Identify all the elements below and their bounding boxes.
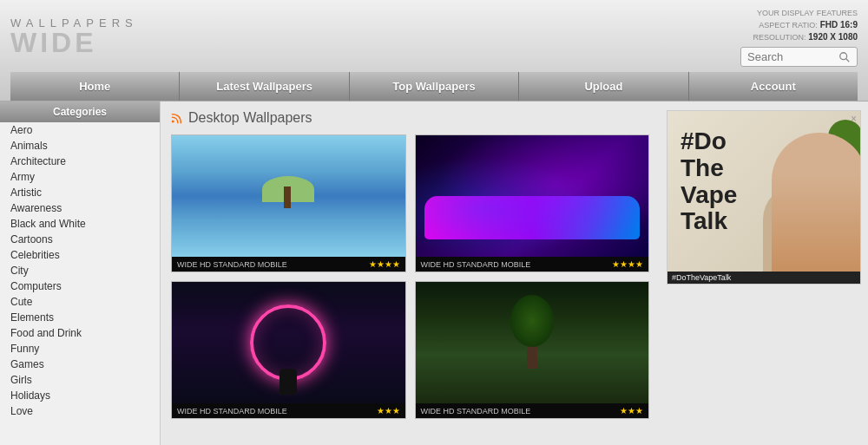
display-label1: YOUR DISPLAY (757, 9, 814, 17)
ad-sidebar: × #Do The Vape Talk #DoTheVapeTalk (660, 101, 868, 445)
wallpaper-footer-4: WIDE HD STANDARD MOBILE ★★★ (416, 403, 649, 418)
ad-text-overlay: #Do The Vape Talk (681, 128, 737, 235)
nav-latest[interactable]: Latest Wallpapers (180, 72, 349, 101)
wallpaper-stars-1: ★★★★ (369, 259, 400, 269)
sidebar-item-holidays[interactable]: Holidays (0, 388, 160, 403)
search-bar (740, 47, 858, 67)
wallpaper-card-2[interactable]: WIDE HD STANDARD MOBILE ★★★★ (415, 134, 650, 272)
sidebar-item-city[interactable]: City (0, 263, 160, 278)
wallpaper-stars-4: ★★★ (620, 406, 643, 416)
sidebar-item-computers[interactable]: Computers (0, 278, 160, 294)
content-title: Desktop Wallpapers (188, 110, 312, 126)
wallpaper-links-4[interactable]: WIDE HD STANDARD MOBILE (421, 407, 531, 416)
wallpaper-grid: WIDE HD STANDARD MOBILE ★★★★ WIDE HD STA… (171, 134, 649, 419)
header: WALLPAPERS WIDE YOUR DISPLAY FEATURES AS… (0, 0, 868, 101)
svg-rect-2 (172, 121, 174, 123)
sidebar-item-cartoons[interactable]: Cartoons (0, 232, 160, 247)
svg-line-1 (846, 58, 850, 62)
sidebar-item-architecture[interactable]: Architecture (0, 154, 160, 169)
sidebar-item-elements[interactable]: Elements (0, 310, 160, 325)
display-aspect-value: FHD 16:9 (820, 20, 858, 29)
wallpaper-image-2 (416, 135, 649, 257)
sidebar-item-funny[interactable]: Funny (0, 341, 160, 357)
wallpaper-stars-2: ★★★★ (612, 259, 643, 269)
display-resolution-label: RESOLUTION: (753, 33, 806, 42)
display-info: YOUR DISPLAY FEATURES ASPECT RATIO: FHD … (753, 7, 858, 43)
wallpaper-card-1[interactable]: WIDE HD STANDARD MOBILE ★★★★ (171, 134, 406, 272)
sidebar-item-awareness[interactable]: Awareness (0, 200, 160, 216)
display-aspect-label: ASPECT RATIO: (759, 21, 818, 29)
ad-close-button[interactable]: × (851, 113, 857, 125)
ad-line3: Vape (681, 182, 737, 209)
header-top: WALLPAPERS WIDE YOUR DISPLAY FEATURES AS… (10, 7, 858, 67)
sidebar-item-games[interactable]: Games (0, 357, 160, 372)
ad-box: × #Do The Vape Talk #DoTheVapeTalk (667, 110, 861, 285)
sidebar-item-artistic[interactable]: Artistic (0, 185, 160, 200)
svg-point-0 (840, 52, 847, 59)
wallpaper-card-4[interactable]: WIDE HD STANDARD MOBILE ★★★ (415, 281, 650, 419)
sidebar-item-aero[interactable]: Aero (0, 122, 160, 138)
search-icon[interactable] (838, 51, 851, 63)
sidebar-item-love[interactable]: Love (0, 403, 160, 419)
nav-home[interactable]: Home (10, 72, 180, 101)
logo: WALLPAPERS WIDE (10, 17, 138, 56)
ad-hashtag: #DoTheVapeTalk (667, 272, 860, 284)
display-label2: FEATURES (817, 9, 858, 17)
ad-image: #Do The Vape Talk (667, 111, 861, 272)
wallpaper-footer-1: WIDE HD STANDARD MOBILE ★★★★ (172, 257, 405, 272)
sidebar-item-girls[interactable]: Girls (0, 372, 160, 388)
ad-line1: #Do (681, 128, 737, 155)
wallpaper-image-3 (172, 282, 405, 403)
logo-bottom: WIDE (10, 29, 138, 56)
rss-icon (171, 112, 183, 124)
wallpaper-links-3[interactable]: WIDE HD STANDARD MOBILE (177, 407, 287, 416)
sidebar-item-food-and-drink[interactable]: Food and Drink (0, 325, 160, 341)
wallpaper-links-1[interactable]: WIDE HD STANDARD MOBILE (177, 260, 287, 269)
wallpaper-card-3[interactable]: WIDE HD STANDARD MOBILE ★★★ (171, 281, 406, 419)
nav: Home Latest Wallpapers Top Wallpapers Up… (10, 72, 858, 101)
wallpaper-image-1 (172, 135, 405, 257)
search-input[interactable] (747, 50, 834, 63)
sidebar-item-cute[interactable]: Cute (0, 294, 160, 310)
ad-line4: Talk (681, 208, 737, 235)
sidebar-item-celebrities[interactable]: Celebrities (0, 247, 160, 263)
wallpaper-footer-2: WIDE HD STANDARD MOBILE ★★★★ (416, 257, 649, 272)
ad-person (772, 133, 861, 272)
sidebar-item-black-and-white[interactable]: Black and White (0, 216, 160, 232)
sidebar-item-army[interactable]: Army (0, 169, 160, 185)
sidebar-item-animals[interactable]: Animals (0, 138, 160, 154)
ad-line2: The (681, 155, 737, 182)
sidebar: Categories AeroAnimalsArchitectureArmyAr… (0, 101, 161, 445)
wallpaper-footer-3: WIDE HD STANDARD MOBILE ★★★ (172, 403, 405, 418)
wallpaper-image-4 (416, 282, 649, 403)
wallpaper-stars-3: ★★★ (377, 406, 400, 416)
sidebar-title: Categories (0, 101, 160, 122)
content: Desktop Wallpapers WIDE HD STANDARD MOBI… (161, 101, 660, 445)
nav-upload[interactable]: Upload (519, 72, 688, 101)
display-resolution-value: 1920 X 1080 (808, 32, 858, 42)
nav-top[interactable]: Top Wallpapers (350, 72, 519, 101)
main: Categories AeroAnimalsArchitectureArmyAr… (0, 101, 868, 445)
content-header: Desktop Wallpapers (171, 110, 649, 126)
wallpaper-links-2[interactable]: WIDE HD STANDARD MOBILE (421, 260, 531, 269)
nav-account[interactable]: Account (689, 72, 858, 101)
header-right: YOUR DISPLAY FEATURES ASPECT RATIO: FHD … (740, 7, 858, 67)
